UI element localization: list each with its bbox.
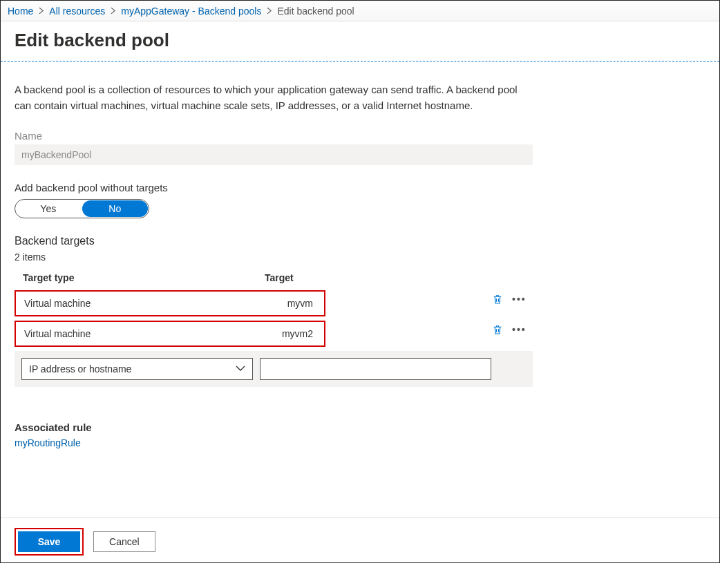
breadcrumb-link-all-resources[interactable]: All resources bbox=[49, 6, 105, 17]
page-description: A backend pool is a collection of resour… bbox=[15, 82, 533, 113]
row-type: Virtual machine bbox=[24, 298, 252, 309]
breadcrumb-current: Edit backend pool bbox=[277, 6, 354, 17]
page-title: Edit backend pool bbox=[15, 30, 705, 51]
cancel-button[interactable]: Cancel bbox=[93, 531, 155, 552]
col-header-type: Target type bbox=[23, 272, 265, 283]
breadcrumb-link-backend-pools[interactable]: myAppGateway - Backend pools bbox=[121, 6, 261, 17]
row-type: Virtual machine bbox=[24, 328, 252, 339]
chevron-right-icon bbox=[266, 8, 272, 14]
backend-targets-count: 2 items bbox=[15, 252, 719, 263]
table-row: Virtual machine myvm bbox=[15, 290, 325, 316]
row-target: myvm2 bbox=[252, 328, 316, 339]
delete-icon[interactable] bbox=[491, 293, 504, 305]
delete-icon[interactable] bbox=[491, 323, 504, 336]
name-field: myBackendPool bbox=[15, 144, 533, 165]
toggle-no[interactable]: No bbox=[82, 200, 149, 217]
table-row: Virtual machine myvm2 bbox=[15, 321, 325, 347]
row-target: myvm bbox=[252, 298, 316, 309]
no-targets-toggle[interactable]: Yes No bbox=[15, 199, 149, 218]
more-icon[interactable]: ••• bbox=[512, 324, 527, 335]
target-type-select[interactable]: IP address or hostname bbox=[21, 358, 253, 380]
breadcrumb: Home All resources myAppGateway - Backen… bbox=[1, 1, 719, 21]
target-value-input[interactable] bbox=[260, 358, 491, 380]
more-icon[interactable]: ••• bbox=[512, 294, 527, 305]
no-targets-label: Add backend pool without targets bbox=[15, 182, 719, 193]
save-button[interactable]: Save bbox=[18, 531, 80, 552]
chevron-right-icon bbox=[110, 8, 116, 14]
associated-rule-link[interactable]: myRoutingRule bbox=[15, 437, 81, 448]
chevron-down-icon bbox=[236, 363, 245, 375]
toggle-yes[interactable]: Yes bbox=[15, 200, 82, 218]
name-label: Name bbox=[15, 130, 719, 142]
col-header-target: Target bbox=[265, 272, 524, 283]
breadcrumb-link-home[interactable]: Home bbox=[8, 6, 33, 17]
target-type-placeholder: IP address or hostname bbox=[29, 363, 131, 374]
add-target-row: IP address or hostname bbox=[15, 351, 533, 387]
associated-rule-label: Associated rule bbox=[15, 421, 719, 433]
backend-targets-heading: Backend targets bbox=[15, 235, 719, 247]
chevron-right-icon bbox=[38, 8, 44, 14]
